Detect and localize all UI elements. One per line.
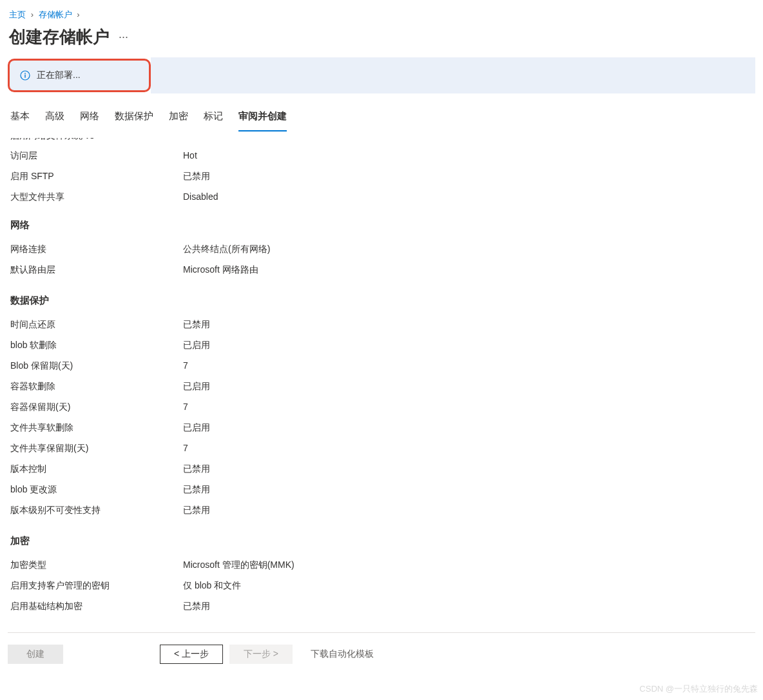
- table-row: 容器软删除已启用: [10, 376, 753, 397]
- page-title: 创建存储帐户: [9, 26, 110, 48]
- row-value: 已禁用: [183, 171, 210, 182]
- tab-data-protection[interactable]: 数据保护: [115, 108, 153, 131]
- table-row: 时间点还原已禁用: [10, 315, 753, 335]
- row-value: 已禁用: [183, 463, 210, 475]
- svg-point-1: [24, 73, 26, 74]
- download-template-link[interactable]: 下载自动化模板: [311, 648, 374, 660]
- table-row: 文件共享保留期(天)7: [10, 438, 753, 459]
- row-value: 7: [183, 360, 188, 372]
- row-label: 启用支持客户管理的密钥: [10, 580, 183, 592]
- svg-rect-2: [24, 75, 25, 78]
- table-row: 文件共享软删除已启用: [10, 418, 753, 438]
- previous-button[interactable]: < 上一步: [160, 645, 223, 664]
- row-value: 已禁用: [183, 505, 210, 516]
- next-button: 下一步 >: [229, 645, 293, 664]
- table-row: 启用 SFTP 已禁用: [10, 166, 753, 187]
- tab-encryption[interactable]: 加密: [169, 108, 188, 131]
- row-label: 访问层: [10, 150, 183, 162]
- row-value: 已禁用: [183, 319, 210, 331]
- info-icon: [20, 70, 30, 81]
- table-row: 网络连接 公共终结点(所有网络): [10, 239, 753, 260]
- row-value: Hot: [183, 150, 197, 162]
- table-row: blob 更改源已禁用: [10, 480, 753, 500]
- row-label: blob 软删除: [10, 340, 183, 351]
- row-value: Microsoft 网络路由: [183, 264, 258, 276]
- row-label: Blob 保留期(天): [10, 360, 183, 372]
- table-row: 版本控制已禁用: [10, 459, 753, 480]
- section-heading-data-protection: 数据保护: [10, 280, 753, 315]
- row-value: 已禁用: [183, 601, 210, 612]
- row-value: 公共终结点(所有网络): [183, 244, 270, 255]
- row-label: 文件共享保留期(天): [10, 443, 183, 454]
- chevron-right-icon: ›: [77, 10, 79, 19]
- tab-tags[interactable]: 标记: [204, 108, 223, 131]
- row-label: 默认路由层: [10, 264, 183, 276]
- table-row: 容器保留期(天)7: [10, 397, 753, 418]
- tab-network[interactable]: 网络: [80, 108, 99, 131]
- row-label: 启用基础结构加密: [10, 601, 183, 612]
- row-value: 已启用: [183, 340, 210, 351]
- table-row: Blob 保留期(天)7: [10, 356, 753, 376]
- row-label: 版本控制: [10, 463, 183, 475]
- row-value: 已禁用: [183, 484, 210, 496]
- row-label: 启用 SFTP: [10, 171, 183, 182]
- row-label: 网络连接: [10, 244, 183, 255]
- row-value: 7: [183, 443, 188, 454]
- table-row: 默认路由层 Microsoft 网络路由: [10, 260, 753, 280]
- more-actions-button[interactable]: ···: [119, 30, 128, 44]
- tab-bar: 基本 高级 网络 数据保护 加密 标记 审阅并创建: [8, 93, 755, 131]
- row-label: blob 更改源: [10, 484, 183, 496]
- breadcrumb: 主页 › 存储帐户 ›: [8, 6, 755, 24]
- table-row: blob 软删除已启用: [10, 335, 753, 356]
- status-banner-bg: [151, 57, 755, 93]
- table-row: 启用基础结构加密已禁用: [10, 596, 753, 617]
- row-value: Disabled: [183, 191, 218, 203]
- partial-cut-row: 启用网络文件系统 v3: [10, 138, 753, 146]
- deployment-status: 正在部署...: [8, 59, 151, 92]
- section-heading-network: 网络: [10, 208, 753, 239]
- row-value: 仅 blob 和文件: [183, 580, 241, 592]
- table-row: 启用支持客户管理的密钥仅 blob 和文件: [10, 576, 753, 596]
- table-row: 加密类型Microsoft 管理的密钥(MMK): [10, 555, 753, 576]
- bottom-action-bar: 创建 < 上一步 下一步 > 下载自动化模板: [8, 632, 755, 669]
- row-label: 版本级别不可变性支持: [10, 505, 183, 516]
- section-heading-encryption: 加密: [10, 521, 753, 555]
- row-value: 已启用: [183, 381, 210, 393]
- row-label: 时间点还原: [10, 319, 183, 331]
- status-banner: 正在部署...: [8, 57, 755, 93]
- row-label: 容器保留期(天): [10, 402, 183, 413]
- review-content: 启用网络文件系统 v3 访问层 Hot 启用 SFTP 已禁用 大型文件共享 D…: [8, 131, 755, 617]
- row-label: 大型文件共享: [10, 191, 183, 203]
- row-label: 容器软删除: [10, 381, 183, 393]
- page-title-row: 创建存储帐户 ···: [8, 24, 755, 57]
- row-value: 已启用: [183, 422, 210, 434]
- create-button[interactable]: 创建: [8, 645, 63, 664]
- row-value: Microsoft 管理的密钥(MMK): [183, 559, 295, 571]
- tab-advanced[interactable]: 高级: [45, 108, 64, 131]
- partial-cut-label: 启用网络文件系统 v3: [10, 138, 95, 142]
- breadcrumb-storage-accounts[interactable]: 存储帐户: [39, 10, 72, 19]
- row-value: 7: [183, 402, 188, 413]
- row-label: 文件共享软删除: [10, 422, 183, 434]
- table-row: 访问层 Hot: [10, 146, 753, 166]
- table-row: 大型文件共享 Disabled: [10, 187, 753, 208]
- tab-basic[interactable]: 基本: [10, 108, 30, 131]
- tab-review-create[interactable]: 审阅并创建: [238, 108, 287, 131]
- deployment-status-text: 正在部署...: [37, 70, 81, 81]
- chevron-right-icon: ›: [31, 10, 34, 19]
- breadcrumb-home[interactable]: 主页: [9, 10, 26, 19]
- table-row: 版本级别不可变性支持已禁用: [10, 500, 753, 521]
- row-label: 加密类型: [10, 559, 183, 571]
